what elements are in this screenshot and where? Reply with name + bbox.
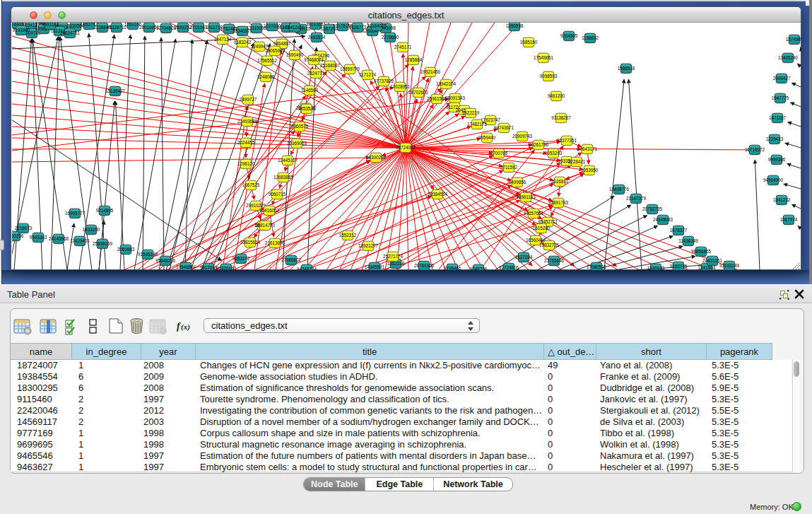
- svg-text:13859770: 13859770: [340, 66, 360, 71]
- svg-text:1947775: 1947775: [772, 95, 789, 100]
- svg-text:17482175: 17482175: [467, 122, 488, 127]
- svg-text:9360576: 9360576: [291, 124, 309, 129]
- svg-text:11436349: 11436349: [678, 238, 698, 243]
- svg-text:1471167: 1471167: [769, 115, 787, 120]
- svg-text:9991183: 9991183: [42, 23, 59, 27]
- svg-text:96320163: 96320163: [216, 266, 237, 270]
- svg-text:16716572: 16716572: [745, 147, 765, 152]
- svg-text:21493689: 21493689: [237, 119, 258, 124]
- svg-text:9543303: 9543303: [30, 235, 47, 240]
- svg-text:9453521: 9453521: [298, 106, 316, 111]
- svg-text:18498776: 18498776: [609, 187, 630, 192]
- svg-text:23147379: 23147379: [626, 196, 647, 201]
- svg-text:2493534: 2493534: [308, 35, 326, 40]
- svg-text:1627204: 1627204: [515, 255, 533, 259]
- svg-text:98091343: 98091343: [445, 95, 466, 100]
- svg-text:19065940: 19065940: [265, 48, 286, 53]
- svg-text:1285884: 1285884: [405, 57, 423, 62]
- svg-text:1067974: 1067974: [780, 217, 798, 222]
- svg-text:96416052: 96416052: [259, 208, 280, 213]
- svg-text:9204505: 9204505: [560, 33, 578, 38]
- svg-text:25271774: 25271774: [383, 254, 404, 259]
- svg-text:24145868: 24145868: [49, 236, 69, 241]
- svg-text:9346706: 9346706: [470, 267, 488, 270]
- svg-text:1447134: 1447134: [214, 37, 232, 42]
- svg-text:25168087: 25168087: [320, 63, 341, 68]
- svg-text:25961586: 25961586: [427, 96, 447, 101]
- svg-text:27986872: 27986872: [281, 257, 302, 262]
- svg-text:2278680: 2278680: [382, 35, 399, 40]
- svg-text:98856855: 98856855: [691, 249, 712, 254]
- svg-text:9183242: 9183242: [234, 40, 252, 45]
- svg-text:11429401: 11429401: [70, 238, 90, 243]
- svg-text:(x): (x): [181, 322, 190, 332]
- svg-text:2824771: 2824771: [307, 71, 325, 76]
- svg-text:1341232: 1341232: [773, 197, 791, 202]
- svg-text:92704828: 92704828: [156, 25, 177, 30]
- svg-text:2216073: 2216073: [15, 226, 33, 230]
- svg-text:20369003: 20369003: [287, 141, 307, 146]
- svg-text:99261796: 99261796: [529, 142, 549, 147]
- svg-text:1260256: 1260256: [12, 233, 24, 238]
- svg-text:18724007: 18724007: [396, 145, 416, 150]
- svg-text:1552312: 1552312: [339, 233, 357, 238]
- svg-text:95648236: 95648236: [155, 258, 176, 263]
- svg-text:18412411: 18412411: [285, 25, 305, 30]
- svg-text:16995777: 16995777: [65, 211, 86, 216]
- svg-text:95891783: 95891783: [548, 200, 569, 205]
- svg-text:19946804: 19946804: [176, 264, 196, 269]
- svg-text:28760366: 28760366: [414, 263, 435, 268]
- svg-text:12683885: 12683885: [273, 175, 294, 180]
- svg-text:23755646: 23755646: [544, 258, 565, 263]
- svg-text:17565512: 17565512: [257, 58, 278, 63]
- svg-text:2700766: 2700766: [490, 151, 508, 156]
- svg-text:1146584: 1146584: [301, 88, 319, 93]
- svg-text:12445107: 12445107: [278, 158, 298, 163]
- svg-text:17028951: 17028951: [390, 84, 411, 89]
- svg-text:97468071: 97468071: [304, 57, 324, 62]
- svg-text:19832731: 19832731: [539, 243, 560, 247]
- svg-text:1158692: 1158692: [582, 35, 599, 40]
- svg-text:20909743: 20909743: [512, 134, 533, 139]
- svg-text:1433200: 1433200: [83, 227, 100, 232]
- svg-text:2745171: 2745171: [394, 45, 412, 49]
- svg-text:1362316: 1362316: [387, 261, 405, 266]
- svg-text:15814770: 15814770: [255, 223, 276, 228]
- svg-text:20752735: 20752735: [642, 206, 663, 211]
- svg-text:2499727: 2499727: [240, 97, 257, 102]
- svg-text:1685160: 1685160: [520, 40, 538, 45]
- svg-text:9060715: 9060715: [269, 192, 286, 197]
- svg-text:2024455: 2024455: [237, 140, 255, 145]
- svg-text:29910229: 29910229: [246, 203, 266, 208]
- svg-text:1053950: 1053950: [581, 168, 599, 173]
- svg-text:1053293: 1053293: [545, 151, 563, 156]
- svg-text:14624751: 14624751: [60, 30, 81, 35]
- svg-text:17549651: 17549651: [534, 55, 554, 60]
- svg-text:1667525: 1667525: [242, 182, 260, 187]
- svg-text:1171274: 1171274: [359, 72, 377, 77]
- svg-text:1374989: 1374989: [786, 37, 801, 42]
- svg-text:91595148: 91595148: [138, 252, 158, 257]
- svg-text:98961183: 98961183: [516, 194, 536, 199]
- svg-text:9461200: 9461200: [548, 93, 565, 98]
- svg-text:2008427: 2008427: [773, 76, 791, 81]
- svg-text:25698169: 25698169: [93, 241, 113, 246]
- svg-text:1499856: 1499856: [509, 180, 526, 185]
- svg-text:9705466: 9705466: [444, 266, 461, 270]
- svg-text:9098593: 9098593: [540, 74, 558, 78]
- svg-text:9214895: 9214895: [96, 208, 114, 213]
- svg-text:1229413: 1229413: [766, 136, 784, 141]
- svg-text:94348734: 94348734: [297, 267, 317, 270]
- svg-text:9917693: 9917693: [200, 265, 218, 270]
- svg-text:91138267: 91138267: [551, 115, 571, 120]
- svg-text:1241904: 1241904: [698, 265, 716, 270]
- svg-text:1330923: 1330923: [647, 266, 665, 270]
- svg-text:15135427: 15135427: [105, 88, 126, 93]
- svg-text:1248086: 1248086: [257, 74, 275, 79]
- svg-text:12921277: 12921277: [358, 243, 379, 248]
- svg-text:23815614: 23815614: [240, 240, 261, 245]
- svg-text:13435240: 13435240: [778, 55, 799, 60]
- svg-text:16560494: 16560494: [526, 238, 546, 243]
- svg-text:93657661: 93657661: [524, 211, 544, 216]
- svg-text:15377351: 15377351: [557, 138, 577, 143]
